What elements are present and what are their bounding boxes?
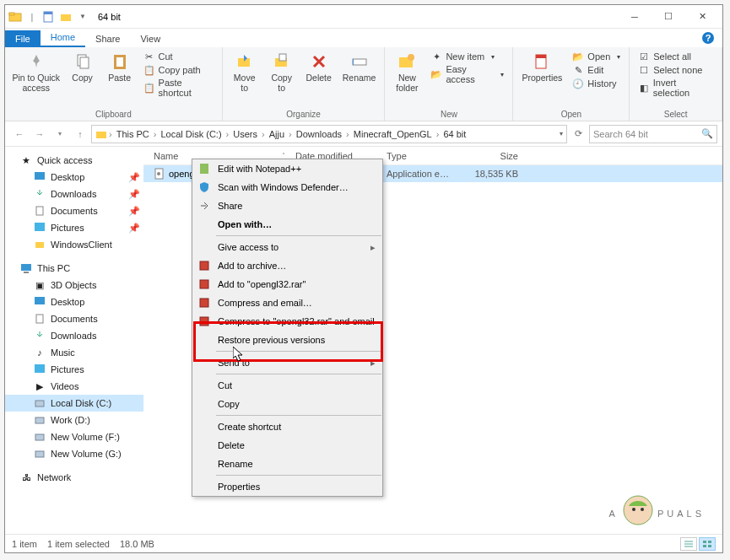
nav-pc-item[interactable]: Local Disk (C:) (5, 395, 143, 412)
invert-selection-button[interactable]: ◧Invert selection (635, 77, 716, 99)
paste-button[interactable]: Paste (103, 50, 137, 110)
ctx-send-to[interactable]: Send to▸ (192, 353, 382, 372)
svg-rect-44 (200, 299, 208, 307)
ctx-add-archive[interactable]: Add to archive… (192, 256, 382, 275)
history-button[interactable]: 🕘History (569, 77, 624, 90)
column-type[interactable]: Type (381, 151, 456, 161)
svg-rect-26 (36, 315, 43, 323)
nav-qa-item[interactable]: Desktop📌 (5, 169, 143, 186)
nav-quick-access[interactable]: ★Quick access (5, 152, 143, 169)
move-to-button[interactable]: Move to (228, 50, 262, 110)
share-icon (197, 199, 211, 213)
file-icon (154, 168, 165, 180)
svg-rect-24 (24, 272, 29, 273)
up-button[interactable]: ↑ (71, 125, 89, 143)
open-button[interactable]: 📂Open▾ (569, 50, 624, 63)
ctx-cut[interactable]: Cut (192, 376, 382, 395)
column-name[interactable]: Name (154, 151, 178, 161)
new-item-button[interactable]: ✦New item▾ (427, 50, 507, 63)
properties-button[interactable]: Properties (518, 50, 565, 110)
nav-pc-item[interactable]: Downloads (5, 327, 143, 344)
easy-access-button[interactable]: 📂Easy access▾ (427, 63, 507, 85)
copy-button[interactable]: Copy (66, 50, 100, 110)
breadcrumb-segment[interactable]: Downloads (294, 129, 344, 139)
qat-new-folder-icon[interactable] (59, 10, 73, 24)
nav-pc-item[interactable]: Documents (5, 310, 143, 327)
view-thumbnails-button[interactable] (699, 537, 716, 551)
ctx-compress-rar-email[interactable]: Compress to "opengl32.rar" and email (192, 312, 382, 331)
select-none-button[interactable]: ☐Select none (635, 63, 716, 77)
nav-qa-item[interactable]: Documents📌 (5, 202, 143, 219)
copy-icon (73, 51, 93, 72)
svg-point-33 (157, 172, 160, 175)
nav-pc-item[interactable]: Pictures (5, 361, 143, 378)
tab-file[interactable]: File (5, 30, 41, 47)
ctx-open-with[interactable]: Open with… (192, 215, 382, 234)
status-size: 18.0 MB (120, 539, 154, 549)
nav-pc-item[interactable]: ♪Music (5, 344, 143, 361)
ctx-properties[interactable]: Properties (192, 477, 382, 496)
breadcrumb-segment[interactable]: Minecraft_OpenGL (351, 129, 435, 139)
breadcrumb-segment[interactable]: This PC (114, 129, 152, 139)
delete-button[interactable]: Delete (302, 50, 336, 110)
nav-pc-item[interactable]: New Volume (G:) (5, 445, 143, 462)
search-input[interactable]: Search 64 bit 🔍 (589, 125, 717, 143)
watermark: APUALS (609, 494, 705, 526)
ctx-compress-email[interactable]: Compress and email… (192, 293, 382, 312)
ctx-scan-defender[interactable]: Scan with Windows Defender… (192, 178, 382, 197)
view-details-button[interactable] (680, 537, 697, 551)
nav-qa-item[interactable]: WindowsClient (5, 236, 143, 253)
nav-network[interactable]: 🖧Network (5, 469, 143, 486)
documents-icon (34, 205, 46, 217)
ctx-delete[interactable]: Delete (192, 436, 382, 455)
breadcrumb-segment[interactable]: Users (230, 129, 260, 139)
nav-pc-item[interactable]: New Volume (F:) (5, 428, 143, 445)
nav-pc-item[interactable]: Desktop (5, 293, 143, 310)
minimize-button[interactable]: ─ (618, 7, 652, 27)
nav-this-pc[interactable]: This PC (5, 260, 143, 277)
cut-button[interactable]: ✂Cut (140, 50, 217, 63)
ctx-edit-notepad[interactable]: Edit with Notepad++ (192, 159, 382, 178)
help-icon[interactable]: ? (702, 32, 714, 44)
nav-pc-item[interactable]: Work (D:) (5, 412, 143, 428)
breadcrumb-segment[interactable]: Ajju (267, 129, 287, 139)
paste-shortcut-button[interactable]: 📋Paste shortcut (140, 77, 217, 99)
qat-dropdown-icon[interactable]: ▼ (76, 10, 89, 24)
back-button[interactable]: ← (10, 125, 29, 143)
column-size[interactable]: Size (456, 151, 523, 161)
ctx-restore-versions[interactable]: Restore previous versions (192, 331, 382, 349)
rename-button[interactable]: Rename (339, 50, 380, 110)
ctx-rename[interactable]: Rename (192, 455, 382, 473)
ctx-create-shortcut[interactable]: Create shortcut (192, 417, 382, 436)
maximize-button[interactable]: ☐ (652, 7, 685, 27)
select-all-button[interactable]: ☑Select all (635, 50, 716, 63)
ctx-share[interactable]: Share (192, 197, 382, 215)
nav-pc-item[interactable]: ▶Videos (5, 378, 143, 395)
tab-home[interactable]: Home (41, 29, 85, 47)
recent-dropdown[interactable]: ▾ (51, 125, 69, 143)
paste-shortcut-icon: 📋 (143, 82, 155, 94)
nav-pc-item[interactable]: ▣3D Objects (5, 277, 143, 293)
tab-share[interactable]: Share (85, 30, 130, 47)
qat-properties-icon[interactable] (42, 10, 56, 24)
tab-view[interactable]: View (130, 30, 170, 47)
pin-quick-access-button[interactable]: Pin to Quick access (10, 50, 62, 110)
copy-path-button[interactable]: 📋Copy path (140, 63, 217, 77)
ctx-add-rar[interactable]: Add to "opengl32.rar" (192, 275, 382, 293)
nav-qa-item[interactable]: Pictures📌 (5, 219, 143, 236)
breadcrumb[interactable]: › This PC› Local Disk (C:)› Users› Ajju›… (91, 125, 567, 143)
ctx-copy[interactable]: Copy (192, 395, 382, 413)
refresh-button[interactable]: ⟳ (569, 128, 587, 139)
address-bar: ← → ▾ ↑ › This PC› Local Disk (C:)› User… (5, 121, 722, 147)
breadcrumb-segment[interactable]: Local Disk (C:) (158, 129, 224, 139)
close-button[interactable]: ✕ (685, 7, 719, 27)
group-label-select: Select (635, 110, 716, 121)
new-folder-button[interactable]: New folder (390, 50, 424, 110)
edit-button[interactable]: ✎Edit (569, 63, 624, 77)
nav-qa-item[interactable]: Downloads📌 (5, 186, 143, 202)
breadcrumb-segment[interactable]: 64 bit (441, 129, 468, 139)
ctx-give-access[interactable]: Give access to▸ (192, 238, 382, 256)
forward-button[interactable]: → (30, 125, 49, 143)
copy-to-button[interactable]: Copy to (265, 50, 299, 110)
breadcrumb-dropdown[interactable]: ▾ (560, 130, 563, 137)
